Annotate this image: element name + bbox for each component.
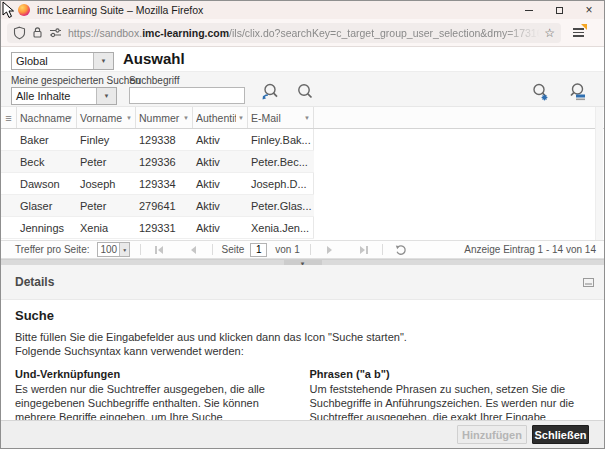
next-page-icon[interactable] xyxy=(327,246,332,254)
table-row[interactable]: Beck Peter 129336 Aktiv Peter.Bec... xyxy=(1,151,314,173)
grid-scrollbar[interactable] xyxy=(595,107,603,259)
syntax-columns: Und-Verknüpfungen Es werden nur die Such… xyxy=(15,368,590,420)
column-header-authentifizierung[interactable]: Authentifizi...▼ xyxy=(193,107,248,128)
start-search-icon[interactable] xyxy=(294,81,316,103)
phrases-section: Phrasen ("a b") Um feststehende Phrasen … xyxy=(310,368,591,420)
url-domain: imc-learning.com xyxy=(142,27,229,39)
minimize-icon xyxy=(525,10,533,11)
chevron-down-icon: ▼ xyxy=(93,53,113,69)
separator xyxy=(212,244,213,255)
per-page-value: 100 xyxy=(98,243,119,256)
grid-menu-icon[interactable]: ≡ xyxy=(1,107,17,128)
page-number-input[interactable] xyxy=(250,243,267,257)
and-links-text: Es werden nur die Suchtreffer ausgegeben… xyxy=(15,382,296,420)
reset-search-icon[interactable] xyxy=(259,81,281,103)
saved-searches-select[interactable]: Alle Inhalte ▼ xyxy=(11,87,117,105)
expand-panel-icon[interactable] xyxy=(583,278,594,287)
search-band: Meine gespeicherten Suchen Alle Inhalte … xyxy=(1,71,604,107)
url-path: /ils/clix.do?searchKey=c_target_group_us… xyxy=(229,27,540,39)
column-filter-icon[interactable]: ▼ xyxy=(67,115,73,121)
column-filter-icon[interactable]: ▼ xyxy=(126,115,132,121)
details-content: Suche Bitte füllen Sie die Eingabefelder… xyxy=(1,299,604,420)
previous-page-icon[interactable] xyxy=(191,246,196,254)
column-filter-icon[interactable]: ▼ xyxy=(183,115,189,121)
chevron-down-icon: ▼ xyxy=(96,88,116,104)
update-badge-icon xyxy=(581,24,587,30)
page-label: Seite xyxy=(221,244,244,255)
details-title: Details xyxy=(15,275,54,289)
maximize-button[interactable] xyxy=(544,1,574,19)
scope-select[interactable]: Global ▼ xyxy=(11,52,114,70)
page-title: Auswahl xyxy=(123,50,185,67)
mouse-cursor xyxy=(1,1,17,19)
column-header-nachname[interactable]: Nachname▼ xyxy=(17,107,77,128)
app-menu-icon[interactable] xyxy=(567,23,589,43)
firefox-icon xyxy=(18,4,30,16)
phrases-text: Um feststehende Phrasen zu suchen, setze… xyxy=(310,382,591,420)
window-controls: × xyxy=(514,1,604,19)
navigation-bar: https://sandbox. imc-learning.com /ils/c… xyxy=(1,19,604,47)
intro-text: Bitte füllen Sie die Eingabefelder aus u… xyxy=(15,330,407,358)
per-page-select[interactable]: 100 ▼ xyxy=(97,242,130,257)
and-links-title: Und-Verknüpfungen xyxy=(15,368,296,380)
result-range-text: Anzeige Eintrag 1 - 14 von 14 xyxy=(464,244,596,255)
table-row[interactable]: Dawson Joseph 129334 Aktiv Joseph.D... xyxy=(1,173,314,195)
page-of-label: von 1 xyxy=(275,244,299,255)
table-header: ≡ Nachname▼ Vorname▼ Nummer▼ Authentifiz… xyxy=(1,107,604,129)
browser-window: imc Learning Suite – Mozilla Firefox × h… xyxy=(0,0,605,449)
last-page-icon[interactable] xyxy=(360,246,368,254)
window-title: imc Learning Suite – Mozilla Firefox xyxy=(37,4,203,16)
scope-select-value: Global xyxy=(12,53,93,69)
bookmark-star-icon[interactable]: ☆ xyxy=(544,26,555,40)
url-bar[interactable]: https://sandbox. imc-learning.com /ils/c… xyxy=(7,23,561,43)
maximize-icon xyxy=(556,7,563,14)
refresh-icon[interactable] xyxy=(395,244,407,256)
add-button[interactable]: Hinzufügen xyxy=(457,425,527,444)
search-settings-icon[interactable] xyxy=(529,81,551,103)
close-button[interactable]: × xyxy=(574,1,604,19)
action-bar: Hinzufügen Schließen xyxy=(1,420,604,448)
search-profile-icon[interactable] xyxy=(567,81,589,103)
url-text: https://sandbox. imc-learning.com /ils/c… xyxy=(68,27,540,39)
separator xyxy=(382,244,383,255)
separator xyxy=(140,244,141,255)
page-content: Global ▼ Auswahl Meine gespeicherten Suc… xyxy=(1,47,604,448)
shield-icon[interactable] xyxy=(13,26,26,40)
column-filter-icon[interactable]: ▼ xyxy=(238,115,244,121)
section-title: Suche xyxy=(15,308,54,323)
permissions-icon[interactable] xyxy=(49,27,62,38)
pagination-bar: Treffer pro Seite: 100 ▼ Seite von 1 Anz… xyxy=(1,240,604,259)
per-page-label: Treffer pro Seite: xyxy=(15,244,89,255)
table-row[interactable]: Jennings Xenia 129331 Aktiv Xenia.Jen... xyxy=(1,217,314,239)
close-dialog-button[interactable]: Schließen xyxy=(532,425,589,444)
column-filter-icon[interactable]: ▼ xyxy=(304,115,310,121)
title-bar: imc Learning Suite – Mozilla Firefox × xyxy=(1,1,604,19)
table-row[interactable]: Glaser Peter 279641 Aktiv Peter.Glas... xyxy=(1,195,314,217)
search-input[interactable] xyxy=(129,87,245,104)
and-links-section: Und-Verknüpfungen Es werden nur die Such… xyxy=(15,368,296,420)
column-header-email[interactable]: E-Mail▼ xyxy=(248,107,314,128)
table-row[interactable]: Baker Finley 129338 Aktiv Finley.Bak... xyxy=(1,129,314,151)
url-prefix: https://sandbox. xyxy=(68,27,142,39)
saved-searches-label: Meine gespeicherten Suchen xyxy=(11,75,141,86)
separator xyxy=(310,244,311,255)
details-panel: Details Suche Bitte füllen Sie die Einga… xyxy=(1,265,604,448)
minimize-button[interactable] xyxy=(514,1,544,19)
lock-icon[interactable] xyxy=(32,26,43,39)
column-header-vorname[interactable]: Vorname▼ xyxy=(77,107,136,128)
search-term-label: Suchbegriff xyxy=(129,75,179,86)
phrases-title: Phrasen ("a b") xyxy=(310,368,591,380)
intro-line-2: Folgende Suchsyntax kann verwendet werde… xyxy=(15,344,407,358)
column-header-nummer[interactable]: Nummer▼ xyxy=(136,107,193,128)
first-page-icon[interactable] xyxy=(155,246,163,254)
table-body: Baker Finley 129338 Aktiv Finley.Bak... … xyxy=(1,129,314,239)
saved-searches-value: Alle Inhalte xyxy=(12,88,96,104)
chevron-down-icon: ▼ xyxy=(119,243,129,256)
intro-line-1: Bitte füllen Sie die Eingabefelder aus u… xyxy=(15,330,407,344)
